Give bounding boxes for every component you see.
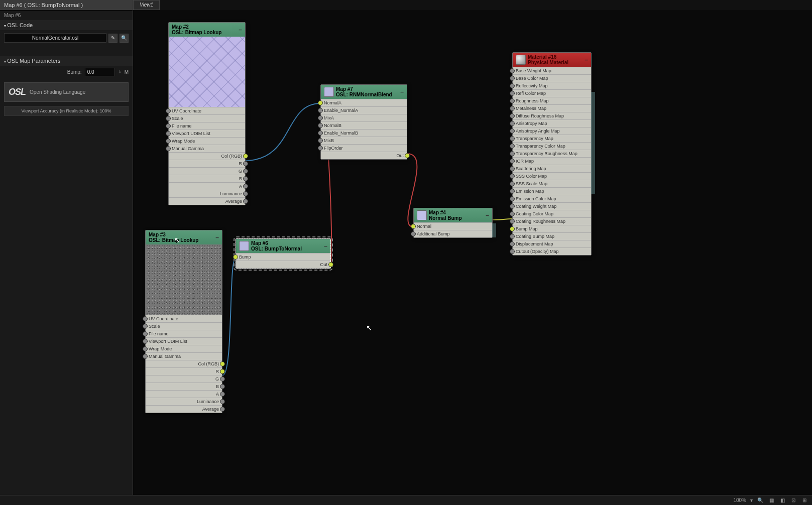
node-input-row[interactable]: Bump Map [513,225,591,232]
node-input-row[interactable]: NormalB [321,121,407,129]
output-port[interactable] [220,407,225,412]
node-input-row[interactable]: Scattering Map [513,165,591,172]
node-input-row[interactable]: Enable_NormalA [321,106,407,114]
node-input-row[interactable]: Reflectivity Map [513,82,591,89]
node-input-row[interactable]: IOR Map [513,157,591,165]
node-input-row[interactable]: Emission Map [513,187,591,195]
input-port[interactable] [510,159,515,164]
section-osl-params[interactable]: OSL Map Parameters [0,56,133,66]
input-port[interactable] [143,324,148,329]
input-port[interactable] [411,224,416,229]
node-map2[interactable]: Map #2 OSL: Bitmap Lookup – UV Coordinat… [168,22,246,205]
node-output-row[interactable]: R [169,160,245,167]
input-port[interactable] [510,113,515,118]
node-input-row[interactable]: Coating Color Map [513,210,591,217]
input-port[interactable] [510,166,515,171]
node-input-row[interactable]: Coating Weight Map [513,202,591,210]
node-input-row[interactable]: Manual Gamma [146,352,222,360]
output-port[interactable] [243,154,248,159]
output-port[interactable] [243,191,248,196]
node-map3-header[interactable]: Map #3 OSL: Bitmap Lookup – [146,230,222,244]
input-port[interactable] [166,146,171,151]
zoom-dropdown-icon[interactable]: ▾ [750,497,753,503]
color-icon[interactable]: ◧ [779,497,786,504]
output-port[interactable] [243,199,248,204]
output-port[interactable] [220,384,225,389]
input-port[interactable] [166,116,171,121]
m-toggle[interactable]: M [125,69,129,75]
node-input-row[interactable]: Enable_NormalB [321,129,407,137]
minimize-icon[interactable]: – [324,242,327,249]
node-output-row[interactable]: B [146,383,222,390]
node-input-row[interactable]: SSS Color Map [513,172,591,180]
node-input-row[interactable]: MixA [321,114,407,121]
output-port[interactable] [243,169,248,174]
node-input-row[interactable]: Transparency Color Map [513,142,591,150]
input-port[interactable] [318,115,323,120]
edit-icon[interactable]: ✎ [108,34,118,43]
input-port[interactable] [510,204,515,209]
output-port[interactable] [243,161,248,166]
input-port[interactable] [510,241,515,246]
input-port[interactable] [143,346,148,351]
input-port[interactable] [233,255,238,260]
node-output-row[interactable]: Luminance [169,190,245,197]
input-port[interactable] [411,231,416,236]
node-input-row[interactable]: Anisotropy Angle Map [513,127,591,135]
node-input-row[interactable]: Bump [236,253,330,261]
node-map4[interactable]: Map #4 Normal Bump – NormalAdditional Bu… [413,208,493,238]
output-port[interactable] [243,184,248,189]
node-input-row[interactable]: Coating Bump Map [513,232,591,240]
node-input-row[interactable]: File name [146,330,222,337]
node-map4-header[interactable]: Map #4 Normal Bump – [414,208,492,222]
lock-icon[interactable]: ⊞ [801,497,808,504]
node-output-row[interactable]: B [169,175,245,182]
node-output-row[interactable]: Average [146,405,222,413]
input-port[interactable] [318,131,323,136]
node-output-row[interactable]: Out [321,152,407,159]
input-port[interactable] [510,98,515,103]
node-map3[interactable]: Map #3 OSL: Bitmap Lookup – UV Coordinat… [145,230,222,413]
node-input-row[interactable]: UV Coordinate [169,107,245,114]
input-port[interactable] [166,108,171,113]
input-port[interactable] [510,136,515,141]
node-canvas[interactable]: Map #2 OSL: Bitmap Lookup – UV Coordinat… [133,10,812,495]
input-port[interactable] [510,151,515,156]
spinner-icon[interactable]: ⇕ [118,70,122,74]
input-port[interactable] [143,339,148,344]
node-input-row[interactable]: FlipOrder [321,144,407,152]
input-port[interactable] [510,249,515,254]
input-port[interactable] [318,108,323,113]
node-input-row[interactable]: Wrap Mode [169,137,245,145]
node-input-row[interactable]: Wrap Mode [146,345,222,352]
minimize-icon[interactable]: – [239,26,242,33]
node-input-row[interactable]: Viewport UDIM List [169,130,245,137]
bump-value[interactable]: 0.0 [85,68,115,76]
input-port[interactable] [510,174,515,179]
input-port[interactable] [510,106,515,111]
minimize-icon[interactable]: – [585,56,588,63]
node-input-row[interactable]: Cutout (Opacity) Map [513,247,591,255]
input-port[interactable] [510,226,515,231]
input-port[interactable] [510,91,515,96]
node-material[interactable]: Material #16 Physical Material – Base We… [512,52,592,256]
filename-field[interactable]: NormalGenerator.osl [4,33,106,43]
input-port[interactable] [510,121,515,126]
input-port[interactable] [166,139,171,144]
node-input-row[interactable]: SSS Scale Map [513,180,591,187]
node-map6-header[interactable]: Map #6 OSL: BumpToNormal – [236,239,330,253]
node-output-row[interactable]: G [169,167,245,175]
node-map7[interactable]: Map #7 OSL: RNMNormalBlend – NormalAEnab… [320,84,407,160]
minimize-icon[interactable]: – [400,88,404,95]
output-port[interactable] [405,153,410,158]
node-input-row[interactable]: Metalness Map [513,104,591,112]
tab-view1[interactable]: View1 [133,0,160,10]
input-port[interactable] [143,316,148,321]
input-port[interactable] [510,83,515,88]
node-output-row[interactable]: R [146,367,222,375]
node-input-row[interactable]: Diffuse Roughness Map [513,112,591,119]
search-icon[interactable]: 🔍 [757,497,764,504]
input-port[interactable] [318,138,323,143]
input-port[interactable] [510,181,515,186]
node-input-row[interactable]: Displacement Map [513,240,591,247]
